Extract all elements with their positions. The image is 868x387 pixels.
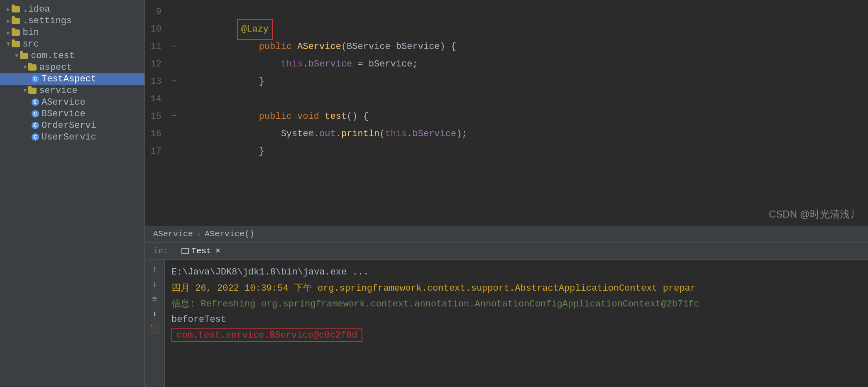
sidebar-item-userservic[interactable]: C UserServic <box>0 131 144 143</box>
line-number: 14 <box>145 91 170 108</box>
wrap-lines-button[interactable]: ≡ <box>148 293 161 305</box>
sidebar-item-aspect[interactable]: ▼ aspect <box>0 61 144 73</box>
tab-close-button[interactable]: × <box>215 246 220 256</box>
output-line-4: beforeTest <box>171 311 861 327</box>
fold-gutter: − <box>170 73 178 91</box>
line-number: 16 <box>145 125 170 143</box>
sidebar-item-label: UserServic <box>42 132 96 142</box>
sidebar-item-bin[interactable]: ▶ bin <box>0 27 144 38</box>
bottom-panel: in: Test × ↑ ↓ ≡ ⬇ ⬛ E:\Java\JDK8\jdk1.8… <box>145 242 868 387</box>
sidebar-item-src[interactable]: ▼ src <box>0 38 144 50</box>
class-icon: C <box>32 133 39 141</box>
sidebar-item-label: .settings <box>22 16 72 26</box>
folder-icon <box>12 6 20 12</box>
class-icon: C <box>32 75 39 83</box>
panel-in-label: in: <box>150 246 171 256</box>
sidebar-item-label: src <box>22 39 39 49</box>
code-editor[interactable]: 9 10 @Lazy 11 − public AService(BService… <box>145 0 868 226</box>
sidebar-item-testaspect[interactable]: C TestAspect <box>0 73 144 85</box>
panel-tabs: in: Test × <box>145 242 868 260</box>
line-number: 17 <box>145 143 170 160</box>
watermark: CSDN @时光清浅丿 <box>769 208 860 221</box>
chevron-down-icon: ▼ <box>23 64 27 71</box>
sidebar-item-label: service <box>39 86 77 96</box>
sidebar-item-label: aspect <box>39 62 72 73</box>
sidebar-item-aservice[interactable]: C AService <box>0 96 144 108</box>
line-number: 10 <box>145 21 170 38</box>
tab-test-label: Test <box>191 246 211 256</box>
code-text: } <box>237 76 264 87</box>
code-line-17: 17 } <box>145 143 868 160</box>
code-content: } <box>178 125 868 178</box>
sidebar-item-settings[interactable]: ▶ .settings <box>0 15 144 27</box>
code-text: } <box>237 146 264 157</box>
watermark-text: CSDN @时光清浅丿 <box>769 208 860 220</box>
line-number: 11 <box>145 38 170 56</box>
sidebar: ▶ .idea ▶ .settings ▶ bin ▼ src ▼ com.te… <box>0 0 145 387</box>
line-number: 9 <box>145 3 170 21</box>
sidebar-item-label: AService <box>42 97 86 108</box>
output-text: E:\Java\JDK8\jdk1.8\bin\java.exe ... <box>171 267 369 277</box>
sidebar-item-comtest[interactable]: ▼ com.test <box>0 50 144 61</box>
sidebar-item-idea[interactable]: ▶ .idea <box>0 3 144 15</box>
chevron-right-icon: ▶ <box>7 29 10 36</box>
folder-icon <box>28 64 37 71</box>
breadcrumb-aservice[interactable]: AService <box>153 229 193 239</box>
sidebar-item-label: BService <box>42 109 86 119</box>
download-button[interactable]: ⬇ <box>148 308 161 320</box>
breadcrumb-bar: AService › AService() <box>145 226 868 242</box>
folder-icon <box>12 29 20 36</box>
output-line-1: E:\Java\JDK8\jdk1.8\bin\java.exe ... <box>171 264 861 280</box>
test-tab-icon <box>181 248 189 254</box>
sidebar-item-label: bin <box>22 27 39 38</box>
chevron-right-icon: ▶ <box>7 17 10 24</box>
output-text: 四月 26, 2022 10:39:54 下午 org.springframew… <box>171 282 696 294</box>
output-line-2: 四月 26, 2022 10:39:54 下午 org.springframew… <box>171 280 861 296</box>
folder-icon <box>12 18 20 24</box>
file-tree: ▶ .idea ▶ .settings ▶ bin ▼ src ▼ com.te… <box>0 0 144 387</box>
panel-content: ↑ ↓ ≡ ⬇ ⬛ E:\Java\JDK8\jdk1.8\bin\java.e… <box>145 260 868 387</box>
output-line-5: com.test.service.BService@c0c2f8d <box>171 327 861 343</box>
output-result-highlighted: com.test.service.BService@c0c2f8d <box>171 328 362 342</box>
scroll-down-button[interactable]: ↓ <box>148 278 161 290</box>
sidebar-item-label: .idea <box>22 4 50 15</box>
folder-icon <box>12 41 20 47</box>
panel-left-icons: ↑ ↓ ≡ ⬇ ⬛ <box>145 260 165 387</box>
folder-icon <box>20 53 28 59</box>
stop-button[interactable]: ⬛ <box>148 323 161 335</box>
folder-icon <box>28 88 37 94</box>
fold-gutter: − <box>170 108 178 125</box>
output-text: beforeTest <box>171 314 226 325</box>
line-number: 13 <box>145 73 170 91</box>
code-lines: 9 10 @Lazy 11 − public AService(BService… <box>145 0 868 226</box>
sidebar-item-orderservi[interactable]: C OrderServi <box>0 120 144 131</box>
class-icon: C <box>32 110 39 118</box>
code-line-13: 13 − } <box>145 73 868 91</box>
line-number: 15 <box>145 108 170 125</box>
sidebar-item-label: OrderServi <box>42 120 96 131</box>
chevron-down-icon: ▼ <box>15 52 18 59</box>
output-text: 信息: Refreshing org.springframework.conte… <box>171 297 699 310</box>
class-icon: C <box>32 98 39 106</box>
fold-gutter: − <box>170 38 178 56</box>
tab-test[interactable]: Test × <box>178 245 224 257</box>
line-number: 12 <box>145 56 170 73</box>
sidebar-item-label: com.test <box>31 51 75 61</box>
breadcrumb-separator: › <box>196 229 201 239</box>
sidebar-item-label: TestAspect <box>42 74 96 84</box>
breadcrumb-constructor[interactable]: AService() <box>205 229 254 239</box>
output-line-3: 信息: Refreshing org.springframework.conte… <box>171 296 861 311</box>
main-area: 9 10 @Lazy 11 − public AService(BService… <box>145 0 868 387</box>
sidebar-item-service[interactable]: ▼ service <box>0 85 144 96</box>
class-icon: C <box>32 122 39 129</box>
panel-output: E:\Java\JDK8\jdk1.8\bin\java.exe ... 四月 … <box>165 260 868 387</box>
scroll-up-button[interactable]: ↑ <box>148 263 161 275</box>
chevron-down-icon: ▼ <box>7 41 10 47</box>
sidebar-item-bservice[interactable]: C BService <box>0 108 144 120</box>
chevron-down-icon: ▼ <box>23 87 27 94</box>
chevron-right-icon: ▶ <box>7 6 10 13</box>
